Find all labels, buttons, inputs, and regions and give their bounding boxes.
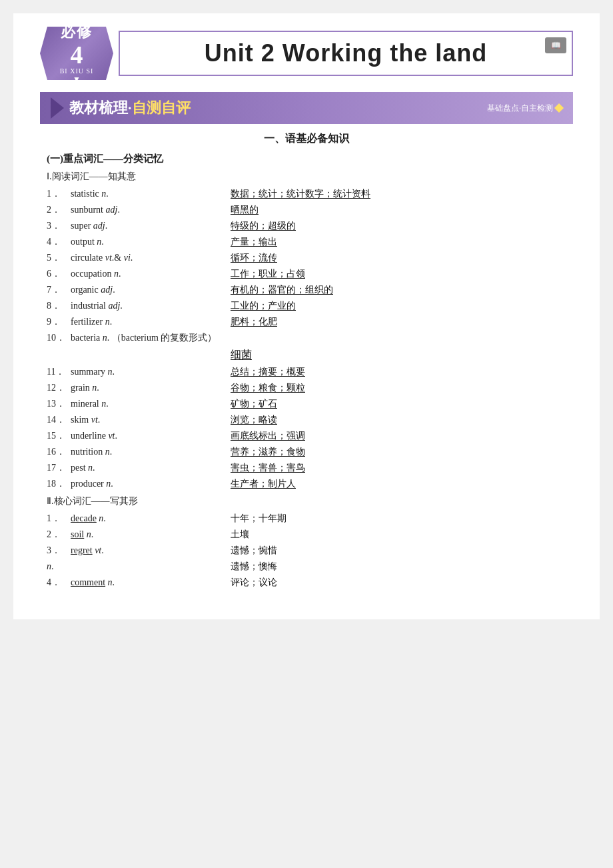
- list-item: 10． bacteria n. （bacterium 的复数形式）: [47, 332, 566, 344]
- list-item: 9． fertilizer n. 肥料；化肥: [47, 316, 566, 328]
- list-item: 2． soil n. 土壤: [47, 529, 566, 541]
- list-item: 14． skim vt. 浏览；略读: [47, 414, 566, 426]
- diamond-icon: [554, 103, 564, 113]
- header-area: 必修 4 BI XIU SI ▼ Unit 2 Working the land…: [40, 27, 573, 80]
- section-header-title: 教材梳理·自测自评: [69, 98, 191, 118]
- list-item: 15． underline vt. 画底线标出；强调: [47, 430, 566, 442]
- list-item: 5． circulate vt.& vi. 循环；流传: [47, 252, 566, 264]
- list-item: 1． statistic n. 数据；统计；统计数字；统计资料: [47, 188, 566, 200]
- list-item: 12． grain n. 谷物；粮食；颗粒: [47, 382, 566, 394]
- section-header-sub: 基础盘点·自主检测: [487, 103, 562, 114]
- list-item: 11． summary n. 总结；摘要；概要: [47, 366, 566, 378]
- list-item: 1． decade n. 十年；十年期: [47, 513, 566, 525]
- list-item: 4． comment n. 评论；议论: [47, 577, 566, 589]
- logo-num: 4: [71, 42, 83, 67]
- main-section-title: 一、语基必备知识: [47, 132, 566, 146]
- list-item: 2． sunburnt adj. 晒黑的: [47, 204, 566, 216]
- list-item: 16． nutrition n. 营养；滋养；食物: [47, 446, 566, 458]
- list-item: 7． organic adj. 有机的；器官的；组织的: [47, 284, 566, 296]
- list-item: 18． producer n. 生产者；制片人: [47, 478, 566, 490]
- list-item: 8． industrial adj. 工业的；产业的: [47, 300, 566, 312]
- page: 必修 4 BI XIU SI ▼ Unit 2 Working the land…: [13, 13, 600, 619]
- logo-arrow: ▼: [73, 75, 81, 85]
- logo-bixiu: 必修: [61, 22, 93, 42]
- sub-section2-title: Ⅰ.阅读词汇——知其意: [47, 171, 566, 183]
- list-item: 17． pest n. 害虫；害兽；害鸟: [47, 462, 566, 474]
- section-header: 教材梳理·自测自评 基础盘点·自主检测: [40, 92, 573, 124]
- list-item: 6． occupation n. 工作；职业；占领: [47, 268, 566, 280]
- list-item: n. 遗憾；懊悔: [47, 561, 566, 573]
- sub-section1-title: (一)重点词汇——分类记忆: [47, 153, 566, 165]
- title-box: Unit 2 Working the land 📖: [119, 31, 573, 76]
- page-title: Unit 2 Working the land: [205, 39, 487, 67]
- list-item-indent: 细菌: [71, 348, 566, 362]
- list-item: 3． super adj. 特级的；超级的: [47, 220, 566, 232]
- sub-section3-title: Ⅱ.核心词汇——写其形: [47, 495, 566, 507]
- list-item: 3． regret vt. 遗憾；惋惜: [47, 545, 566, 557]
- list-item: 4． output n. 产量；输出: [47, 236, 566, 248]
- content-area: 一、语基必备知识 (一)重点词汇——分类记忆 Ⅰ.阅读词汇——知其意 1． st…: [40, 132, 573, 589]
- logo-pinyin: BI XIU SI: [60, 67, 94, 75]
- book-icon: 📖: [545, 37, 566, 53]
- list-item: 13． mineral n. 矿物；矿石: [47, 398, 566, 410]
- logo-box: 必修 4 BI XIU SI ▼: [40, 27, 113, 80]
